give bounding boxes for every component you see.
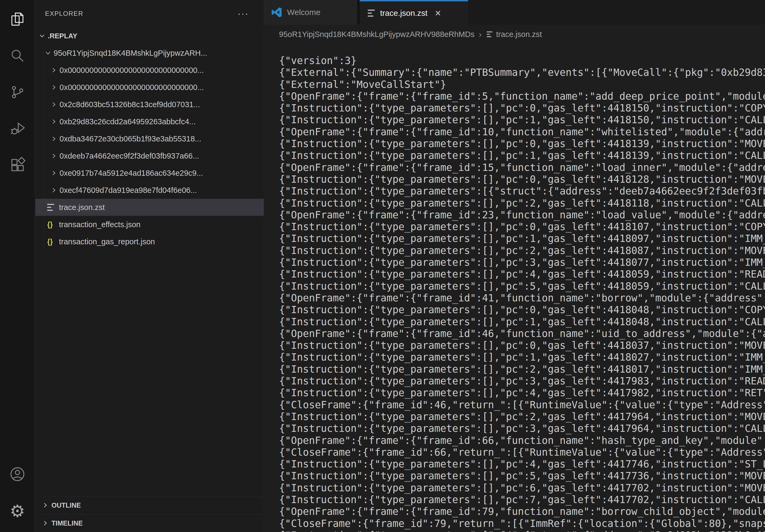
search-icon <box>9 47 26 65</box>
code-line: {"Instruction":{"type_parameters":[],"pc… <box>279 257 765 268</box>
code-line: {"Instruction":{"type_parameters":[],"pc… <box>279 375 765 387</box>
code-line: {"Instruction":{"type_parameters":[],"pc… <box>279 470 765 482</box>
explorer-header: EXPLORER ··· <box>35 0 264 27</box>
chevron-right-icon <box>50 67 57 74</box>
vscode-window: ⚙ EXPLORER ··· .REPLAY 95oR1YipjSnqd18K4… <box>0 0 765 532</box>
explorer-activity-button[interactable] <box>0 2 35 38</box>
tree-item-address[interactable]: 0xb29d83c26cdd2a64959263abbcfc4... <box>35 113 264 130</box>
tree-item-label: 0x2c8d603bc51326b8c13cef9dd07031... <box>60 100 200 109</box>
manage-activity-button[interactable]: ⚙ <box>0 493 35 529</box>
code-line: {"Instruction":{"type_parameters":[],"pc… <box>279 494 765 506</box>
indent-guide <box>44 45 44 250</box>
code-line: {"Instruction":{"type_parameters":[],"pc… <box>279 364 765 375</box>
file-name: transaction_gas_report.json <box>59 237 155 246</box>
code-line: {"Instruction":{"type_parameters":[],"pc… <box>279 387 765 399</box>
chevron-right-icon <box>50 101 57 108</box>
code-line: {"OpenFrame":{"frame":{"frame_id":15,"fu… <box>279 162 765 173</box>
tree-item-address[interactable]: 0x000000000000000000000000000000... <box>35 62 264 79</box>
code-line: {"Instruction":{"type_parameters":[],"pc… <box>279 304 765 316</box>
code-line: {"CloseFrame":{"frame_id":46,"return_":[… <box>279 399 765 411</box>
search-activity-button[interactable] <box>0 38 35 75</box>
tree-item-label: .REPLAY <box>48 32 77 40</box>
explorer-sidebar: EXPLORER ··· .REPLAY 95oR1YipjSnqd18K4BM… <box>35 0 264 532</box>
code-line: {"Instruction":{"type_parameters":["u64"… <box>279 530 765 532</box>
address-folder-list: 0x000000000000000000000000000000...0x000… <box>35 62 264 199</box>
files-icon <box>9 11 26 29</box>
chevron-right-icon <box>50 118 57 125</box>
json-file-icon: {} <box>47 238 56 246</box>
accounts-activity-button[interactable] <box>0 456 35 493</box>
tree-item-file[interactable]: {}transaction_gas_report.json <box>35 233 264 250</box>
code-line: {"Instruction":{"type_parameters":[],"pc… <box>279 352 765 363</box>
editor-group: Welcome trace.json.zst × 95oR1YipjSnqd18… <box>264 0 765 532</box>
breadcrumb-file-label: trace.json.zst <box>496 30 542 39</box>
tree-item-address[interactable]: 0x2c8d603bc51326b8c13cef9dd07031... <box>35 96 264 113</box>
tree-item-digest-folder[interactable]: 95oR1YipjSnqd18K4BMshkLgPijypwzARH... <box>35 45 264 62</box>
sidebar-sections: OUTLINE TIMELINE <box>35 496 264 532</box>
tab-label: trace.json.zst <box>380 9 427 18</box>
json-file-icon: {} <box>47 220 56 229</box>
tree-item-label: 0xb29d83c26cdd2a64959263abbcfc4... <box>60 117 196 126</box>
chevron-right-icon <box>50 187 57 194</box>
section-label: TIMELINE <box>51 519 83 527</box>
tree-item-label: 0xdba34672e30cb065b1f93e3ab55318... <box>60 134 201 143</box>
code-line: {"OpenFrame":{"frame":{"frame_id":41,"fu… <box>279 292 765 304</box>
code-line: {"CloseFrame":{"frame_id":79,"return_":[… <box>279 518 765 530</box>
tree-item-address[interactable]: 0xdeeb7a4662eec9f2f3def03fb937a66... <box>35 147 264 164</box>
close-icon[interactable]: × <box>435 8 441 18</box>
code-line: {"OpenFrame":{"frame":{"frame_id":46,"fu… <box>279 328 765 340</box>
tree-item-label: 0xecf47609d7da919ea98e7fd04f6e06... <box>60 186 197 195</box>
chevron-right-icon <box>50 152 57 159</box>
tree-item-address[interactable]: 0xe0917b74a5912e4ad186ac634e29c9... <box>35 164 264 182</box>
tree-item-address[interactable]: 0xecf47609d7da919ea98e7fd04f6e06... <box>35 182 264 199</box>
tree-item-file[interactable]: trace.json.zst <box>35 199 264 216</box>
extensions-activity-button[interactable] <box>0 147 35 184</box>
tree-item-label: 0xdeeb7a4662eec9f2f3def03fb937a66... <box>60 151 199 160</box>
extensions-icon <box>9 157 26 174</box>
gear-icon: ⚙ <box>10 502 25 520</box>
code-line: {"Instruction":{"type_parameters":[],"pc… <box>279 280 765 292</box>
code-line: {"OpenFrame":{"frame":{"frame_id":5,"fun… <box>279 91 765 102</box>
timeline-section-header[interactable]: TIMELINE <box>35 514 264 532</box>
breadcrumb-file[interactable]: trace.json.zst <box>486 30 542 39</box>
tab-separator <box>357 0 360 25</box>
code-line: {"Instruction":{"type_parameters":[],"pc… <box>279 173 765 185</box>
tree-item-address[interactable]: 0xdba34672e30cb065b1f93e3ab55318... <box>35 130 264 147</box>
tree-item-label: 95oR1YipjSnqd18K4BMshkLgPijypwzARH... <box>54 49 207 58</box>
code-line: {"Instruction":{"type_parameters":[{"str… <box>279 185 765 197</box>
code-line: {"Instruction":{"type_parameters":[],"pc… <box>279 197 765 209</box>
chevron-right-icon <box>50 135 57 142</box>
code-line: {"Instruction":{"type_parameters":[],"pc… <box>279 340 765 352</box>
code-line: {"Instruction":{"type_parameters":[],"pc… <box>279 482 765 494</box>
file-tree: .REPLAY 95oR1YipjSnqd18K4BMshkLgPijypwzA… <box>35 27 264 250</box>
tree-item-address[interactable]: 0x000000000000000000000000000000... <box>35 79 264 96</box>
chevron-right-icon <box>42 502 49 509</box>
file-name: transaction_effects.json <box>59 220 141 229</box>
code-line: {"Instruction":{"type_parameters":[],"pc… <box>279 245 765 257</box>
code-line: {"OpenFrame":{"frame":{"frame_id":66,"fu… <box>279 435 765 446</box>
breadcrumb-folder[interactable]: 95oR1YipjSnqd18K4BMshkLgPijypwzARHV988eR… <box>279 30 474 39</box>
more-actions-icon[interactable]: ··· <box>238 11 249 16</box>
chevron-right-icon <box>50 169 57 176</box>
tab-bar: Welcome trace.json.zst × <box>264 0 765 25</box>
tree-item-label: 0xe0917b74a5912e4ad186ac634e29c9... <box>60 169 203 177</box>
outline-section-header[interactable]: OUTLINE <box>35 496 264 514</box>
vscode-logo-icon <box>271 6 283 19</box>
tab-welcome[interactable]: Welcome <box>264 0 357 25</box>
code-line: {"CloseFrame":{"frame_id":66,"return_":[… <box>279 446 765 458</box>
debug-icon <box>9 120 26 138</box>
source-control-activity-button[interactable] <box>0 75 35 111</box>
tab-trace-json-zst[interactable]: trace.json.zst × <box>360 0 468 25</box>
source-control-icon <box>9 84 26 102</box>
file-lines-icon <box>47 203 55 211</box>
editor-content[interactable]: {"version":3}{"External":{"Summary":{"na… <box>279 55 765 532</box>
code-line: {"Instruction":{"type_parameters":[],"pc… <box>279 268 765 280</box>
account-icon <box>9 466 26 483</box>
code-line: {"External":{"Summary":{"name":"PTBSumma… <box>279 67 765 79</box>
code-line: {"OpenFrame":{"frame":{"frame_id":10,"fu… <box>279 126 765 138</box>
run-and-debug-activity-button[interactable] <box>0 111 35 147</box>
tree-item-file[interactable]: {}transaction_effects.json <box>35 216 264 233</box>
code-line: {"Instruction":{"type_parameters":[],"pc… <box>279 150 765 161</box>
code-line: {"Instruction":{"type_parameters":[],"pc… <box>279 316 765 328</box>
tree-item-replay-root[interactable]: .REPLAY <box>35 27 264 45</box>
